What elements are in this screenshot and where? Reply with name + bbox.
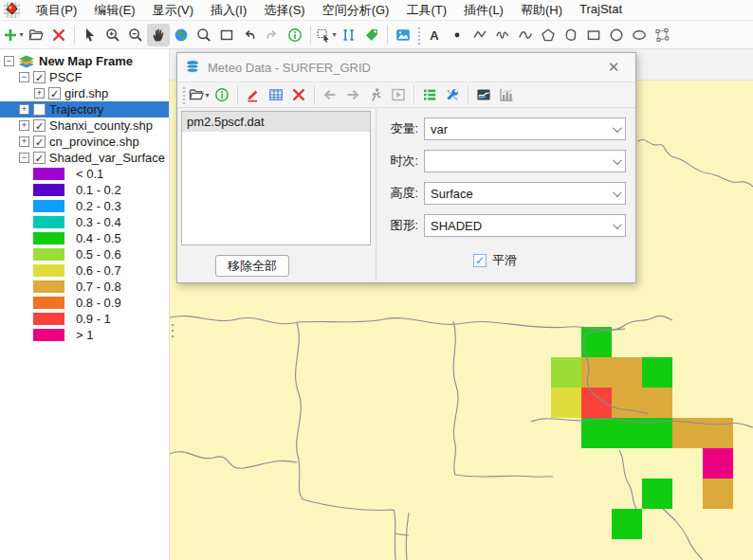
toolbar-redo-icon [261,24,284,46]
dialog-settings-wrench-icon[interactable] [441,83,464,106]
menu-item-7[interactable]: 插件(L) [455,0,512,21]
toolbar-curve-icon[interactable] [514,24,537,46]
toolbar-info-icon[interactable] [284,24,306,46]
toolbar-label-tags-icon[interactable] [360,24,383,46]
legend-item[interactable]: 0.9 - 1 [0,311,169,327]
toolbar-globe-icon[interactable] [170,24,193,46]
legend-swatch [33,200,64,212]
legend-item[interactable]: > 1 [0,327,169,343]
menu-item-2[interactable]: 显示(V) [144,0,202,21]
combo-3[interactable]: SHADED [424,214,626,237]
dialog-table-icon[interactable] [265,83,287,106]
legend-item[interactable]: 0.5 - 0.6 [0,246,169,262]
toolbar-point-icon[interactable] [446,24,468,46]
toolbar-open-folder-icon[interactable] [25,24,47,46]
combo-1[interactable] [424,150,626,172]
legend-item[interactable]: 0.6 - 0.7 [0,262,169,279]
tree-root-map-frame[interactable]: − New Map Frame [0,53,169,69]
chevron-down-icon[interactable] [606,118,625,139]
toolbar-grip[interactable] [181,85,186,104]
toolbar-select-arrow-icon[interactable] [79,24,101,46]
toolbar-measure-icon[interactable] [338,24,360,46]
collapse-box-icon[interactable]: − [4,56,14,66]
collapse-box-icon[interactable]: − [19,72,29,82]
toolbar-circle-icon[interactable] [605,24,628,46]
legend-label: 0.4 - 0.5 [76,231,121,245]
toolbar-zoom-out-icon[interactable] [124,24,147,46]
dialog-draw-red-icon[interactable] [242,83,265,106]
chevron-down-icon[interactable] [606,151,625,172]
remove-all-button[interactable]: 移除全部 [215,255,289,277]
dialog-list-green-icon[interactable] [418,83,441,106]
panel-splitter-handle[interactable] [171,322,174,339]
expand-box-icon[interactable]: + [19,104,29,115]
menu-item-5[interactable]: 空间分析(G) [314,0,398,21]
layer-visibility-checkbox[interactable]: ✓ [48,87,61,99]
toolbar-polygon-icon[interactable] [537,24,560,46]
dialog-remove-icon[interactable] [287,83,310,106]
layer-row-gird-shp[interactable]: +✓gird.shp [0,85,169,101]
layer-row-cn-province-shp[interactable]: +✓cn_province.shp [0,134,169,150]
legend-label: > 1 [76,328,93,342]
layer-visibility-checkbox[interactable]: ✓ [33,71,46,83]
layer-visibility-checkbox[interactable]: ✓ [33,152,46,164]
combo-0[interactable]: var [424,117,626,140]
layer-visibility-checkbox[interactable]: ✓ [33,135,46,148]
dialog-animate-runner-icon [364,83,387,106]
toolbar-pan-hand-icon[interactable] [147,24,170,46]
expand-box-icon[interactable]: + [19,136,29,147]
collapse-box-icon[interactable]: − [19,153,29,163]
layer-row-shaded-var-surface[interactable]: −✓Shaded_var_Surface [0,150,169,166]
legend-item[interactable]: 0.3 - 0.4 [0,214,169,230]
chevron-down-icon[interactable] [606,183,625,204]
toolbar-freehand-polygon-icon[interactable] [560,24,582,46]
toolbar-text-a-icon[interactable]: A [423,24,446,46]
dialog-contour-image-icon[interactable] [472,83,495,106]
dialog-bar-chart-icon[interactable] [495,83,518,106]
layer-row-pscf[interactable]: −✓PSCF [0,69,169,85]
legend-item[interactable]: 0.7 - 0.8 [0,279,169,295]
toolbar-add-layer-icon[interactable]: ▾ [2,24,25,46]
toolbar-zoom-in-icon[interactable] [101,24,124,46]
layer-visibility-checkbox[interactable]: ✓ [33,119,46,132]
dialog-info-icon[interactable] [211,83,233,106]
toolbar-image-icon[interactable] [392,24,414,46]
combo-value: SHADED [425,219,606,233]
layer-visibility-checkbox[interactable] [33,103,46,116]
toolbar-magnifier-icon[interactable] [193,24,215,46]
dialog-titlebar[interactable]: Meteo Data - SURFER_GRID ✕ [177,53,635,81]
menu-item-1[interactable]: 编辑(E) [85,0,143,21]
data-file-list[interactable]: pm2.5pscf.dat [181,111,371,245]
legend-item[interactable]: < 0.1 [0,166,169,182]
toolbar-ellipse-icon[interactable] [628,24,651,46]
toolbar-grip[interactable] [416,26,421,45]
chevron-down-icon[interactable] [606,215,625,236]
legend-item[interactable]: 0.2 - 0.3 [0,198,169,214]
toolbar-zoom-rect-icon[interactable] [215,24,238,46]
menu-item-9[interactable]: TrajStat [571,0,631,21]
toolbar-undo-icon[interactable] [238,24,261,46]
toolbar-remove-icon[interactable] [47,24,70,46]
toolbar-rectangle-icon[interactable] [582,24,605,46]
close-icon[interactable]: ✕ [599,57,628,78]
layer-row-trajectory[interactable]: +Trajectory [0,101,169,117]
toolbar-select-feature-icon[interactable]: ▾ [315,24,338,46]
dialog-open-folder-icon[interactable]: ▾ [188,83,211,106]
menu-item-4[interactable]: 选择(S) [255,0,313,21]
toolbar-edit-vertices-icon[interactable] [651,24,673,46]
legend-item[interactable]: 0.1 - 0.2 [0,182,169,198]
layer-row-shanxi-county-shp[interactable]: +✓Shanxi_county.shp [0,117,169,134]
expand-box-icon[interactable]: + [19,120,29,131]
combo-2[interactable]: Surface [424,182,626,205]
menu-item-3[interactable]: 插入(I) [202,0,255,21]
smooth-checkbox[interactable]: ✓ [473,254,487,267]
legend-item[interactable]: 0.4 - 0.5 [0,230,169,246]
file-item[interactable]: pm2.5pscf.dat [182,112,370,132]
expand-box-icon[interactable]: + [34,88,45,99]
legend-item[interactable]: 0.8 - 0.9 [0,295,169,311]
toolbar-polyline-icon[interactable] [468,24,491,46]
menu-item-0[interactable]: 项目(P) [28,0,85,21]
toolbar-freehand-icon[interactable] [491,24,514,46]
menu-item-6[interactable]: 工具(T) [397,0,455,21]
menu-item-8[interactable]: 帮助(H) [512,0,571,21]
